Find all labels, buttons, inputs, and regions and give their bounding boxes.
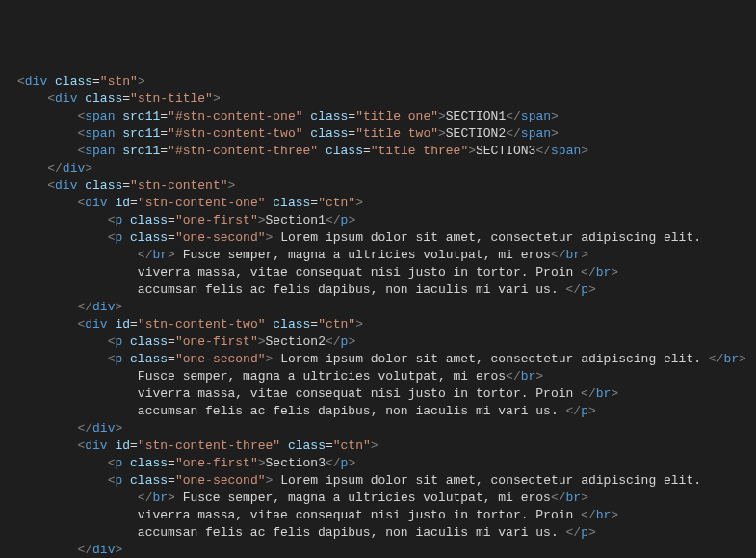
code-line: </br> Fusce semper, magna a ultricies vo…	[0, 247, 756, 264]
code-line: <p class="one-second"> Lorem ipsum dolor…	[0, 472, 756, 490]
code-line: </div>	[0, 299, 756, 316]
code-line: <div class="stn">	[0, 73, 756, 91]
code-line: viverra massa, vitae consequat nisi just…	[0, 507, 756, 524]
code-line: <p class="one-first">Section2</p>	[0, 333, 756, 351]
code-line: <p class="one-first">Section1</p>	[0, 212, 756, 229]
code-line: </div>	[0, 420, 756, 438]
code-line: </div>	[0, 542, 756, 558]
code-line: <p class="one-first">Section3</p>	[0, 455, 756, 472]
code-line: <p class="one-second"> Lorem ipsum dolor…	[0, 229, 756, 247]
code-line: accumsan felis ac felis dapibus, non iac…	[0, 403, 756, 420]
code-line: </br> Fusce semper, magna a ultricies vo…	[0, 490, 756, 507]
code-line: Fusce semper, magna a ultricies volutpat…	[0, 368, 756, 385]
code-line: <span src11="#stn-content-two" class="ti…	[0, 125, 756, 143]
code-editor[interactable]: <div class="stn"> <div class="stn-title"…	[0, 69, 756, 558]
code-line: accumsan felis ac felis dapibus, non iac…	[0, 281, 756, 299]
code-line: <div id="stn-content-two" class="ctn">	[0, 316, 756, 333]
code-line: <span src11="#stn-content-one" class="ti…	[0, 108, 756, 125]
code-line: viverra massa, vitae consequat nisi just…	[0, 264, 756, 281]
code-line: </div>	[0, 160, 756, 177]
code-line: <div id="stn-content-one" class="ctn">	[0, 195, 756, 212]
code-line: <div class="stn-content">	[0, 177, 756, 195]
code-line: accumsan felis ac felis dapibus, non iac…	[0, 524, 756, 542]
code-line: <div id="stn-content-three" class="ctn">	[0, 438, 756, 455]
code-line: viverra massa, vitae consequat nisi just…	[0, 385, 756, 403]
code-line: <p class="one-second"> Lorem ipsum dolor…	[0, 351, 756, 368]
code-line: <span src11="#stn-content-three" class="…	[0, 143, 756, 160]
code-line: <div class="stn-title">	[0, 91, 756, 108]
